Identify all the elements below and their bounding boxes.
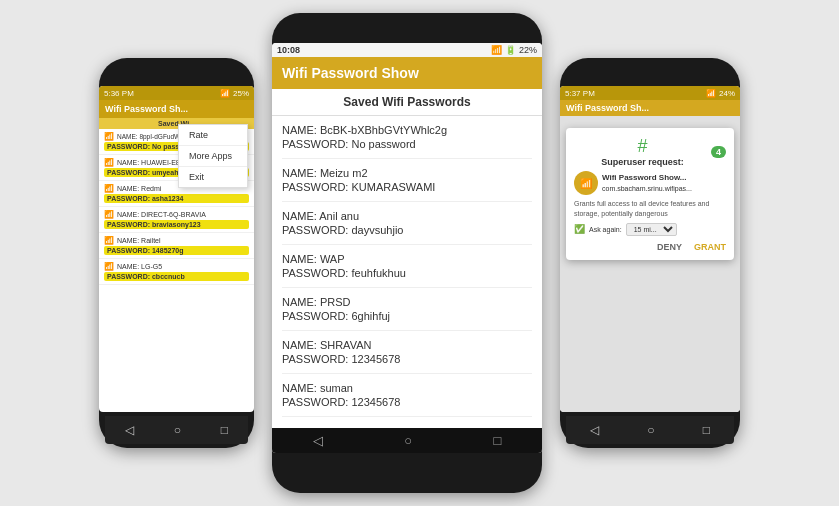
list-item: 📶NAME: DIRECT-6Q-BRAVIA PASSWORD: bravia… <box>99 207 254 233</box>
app-details: Wifi Password Show... com.sbacham.srinu.… <box>602 173 692 192</box>
wifi-app-icon: 📶 <box>580 178 592 189</box>
center-signal-icon: 📶 <box>491 45 502 55</box>
center-app-title: Wifi Password Show <box>272 57 542 89</box>
right-signal-icon: 📶 <box>706 89 716 98</box>
wifi-icon: 📶 <box>104 262 114 271</box>
list-item: NAME: suman PASSWORD: 12345678 <box>282 374 532 417</box>
center-status-bar: 10:08 📶 🔋 22% <box>272 43 542 57</box>
right-time: 5:37 PM <box>565 89 595 98</box>
app-info-row: 📶 Wifi Password Show... com.sbacham.srin… <box>574 171 726 195</box>
center-battery-pct: 22% <box>519 45 537 55</box>
menu-item-rate[interactable]: Rate <box>179 125 247 146</box>
center-page-title: Saved Wifi Passwords <box>272 89 542 116</box>
center-phone: 10:08 📶 🔋 22% Wifi Password Show Saved W… <box>272 13 542 493</box>
left-battery: 25% <box>233 89 249 98</box>
left-phone: 5:36 PM 📶 25% Wifi Password Sh... Saved … <box>99 58 254 448</box>
checkbox-icon[interactable]: ✅ <box>574 224 585 234</box>
right-app-title: Wifi Password Sh... <box>560 100 740 116</box>
wifi-icon: 📶 <box>104 132 114 141</box>
context-menu: Rate More Apps Exit <box>178 124 248 188</box>
wifi-icon: 📶 <box>104 184 114 193</box>
center-wifi-list: NAME: BcBK-bXBhbGVtYWhlc2g PASSWORD: No … <box>272 116 542 428</box>
back-icon[interactable]: ◁ <box>125 423 134 437</box>
dialog-title: Superuser request: <box>601 157 684 167</box>
right-status-bar: 5:37 PM 📶 24% <box>560 86 740 100</box>
list-item: NAME: SHRAVAN PASSWORD: 12345678 <box>282 331 532 374</box>
left-status-bar: 5:36 PM 📶 25% <box>99 86 254 100</box>
center-nav-bar: ◁ ○ □ <box>272 428 542 453</box>
superuser-dialog: # Superuser request: 4 📶 Wifi Password S… <box>566 128 734 260</box>
list-item: NAME: PRSD PASSWORD: 6ghihfuj <box>282 288 532 331</box>
recents-icon[interactable]: □ <box>703 423 710 437</box>
list-item: NAME: BcBK-bXBhbGVtYWhlc2g PASSWORD: No … <box>282 116 532 159</box>
dialog-header: # Superuser request: 4 <box>574 136 726 167</box>
menu-item-exit[interactable]: Exit <box>179 167 247 187</box>
wifi-icon: 📶 <box>104 236 114 245</box>
center-time: 10:08 <box>277 45 300 55</box>
dialog-description: Grants full access to all device feature… <box>574 199 726 219</box>
app-icon: 📶 <box>574 171 598 195</box>
time-select[interactable]: 15 mi... <box>626 223 677 236</box>
list-item: NAME: Meizu m2 PASSWORD: KUMARASWAMI <box>282 159 532 202</box>
menu-item-more-apps[interactable]: More Apps <box>179 146 247 167</box>
recents-icon[interactable]: □ <box>221 423 228 437</box>
wifi-icon: 📶 <box>104 210 114 219</box>
home-icon[interactable]: ○ <box>647 423 654 437</box>
list-item: NAME: Anil anu PASSWORD: dayvsuhjio <box>282 202 532 245</box>
dialog-badge: 4 <box>711 146 726 158</box>
hash-icon: # <box>637 136 647 157</box>
recents-icon[interactable]: □ <box>493 433 501 448</box>
back-icon[interactable]: ◁ <box>590 423 599 437</box>
left-time: 5:36 PM <box>104 89 134 98</box>
ask-again-label: Ask again: <box>589 226 622 233</box>
right-battery: 24% <box>719 89 735 98</box>
dialog-buttons: DENY GRANT <box>574 242 726 252</box>
list-item: NAME: WAP PASSWORD: feuhfukhuu <box>282 245 532 288</box>
right-screen-background: # Superuser request: 4 📶 Wifi Password S… <box>560 116 740 412</box>
left-app-title: Wifi Password Sh... <box>99 100 254 118</box>
list-item: 📶NAME: LG-G5 PASSWORD: cbccnucb <box>99 259 254 285</box>
back-icon[interactable]: ◁ <box>313 433 323 448</box>
list-item: 📶NAME: Railtel PASSWORD: 1485270g <box>99 233 254 259</box>
home-icon[interactable]: ○ <box>174 423 181 437</box>
right-nav-bar: ◁ ○ □ <box>566 416 734 444</box>
left-signal-icon: 📶 <box>220 89 230 98</box>
left-nav-bar: ◁ ○ □ <box>105 416 248 444</box>
home-icon[interactable]: ○ <box>404 433 412 448</box>
deny-button[interactable]: DENY <box>657 242 682 252</box>
right-phone: 5:37 PM 📶 24% Wifi Password Sh... # Supe… <box>560 58 740 448</box>
grant-button[interactable]: GRANT <box>694 242 726 252</box>
ask-again-row: ✅ Ask again: 15 mi... <box>574 223 726 236</box>
center-battery-icon: 🔋 <box>505 45 516 55</box>
wifi-icon: 📶 <box>104 158 114 167</box>
